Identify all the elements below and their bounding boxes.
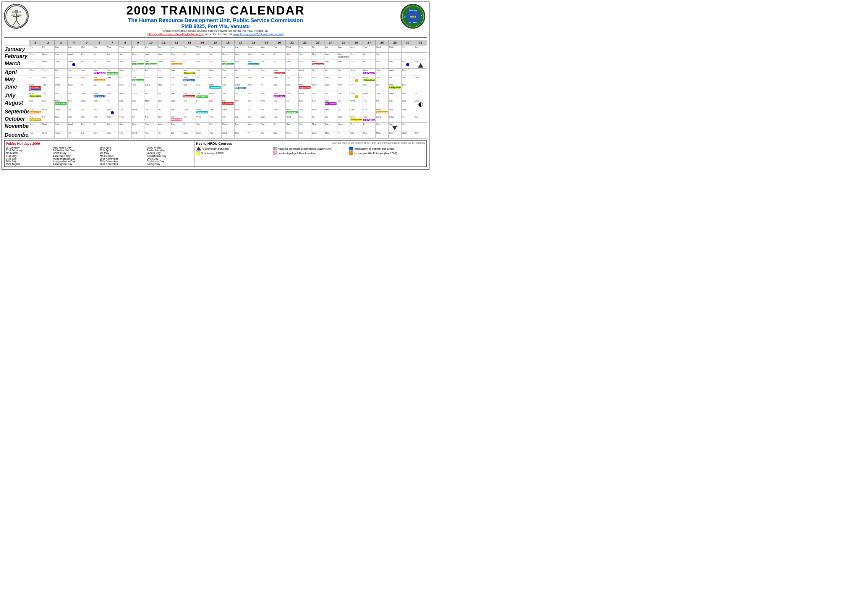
jul-8: Wed — [119, 92, 132, 99]
jul-15: Wed — [209, 92, 222, 99]
month-col-header — [4, 40, 29, 45]
mar-18: Wed Introduction to Computing — [247, 60, 260, 69]
nov-23: Mon — [311, 123, 324, 131]
dec-7: Mon — [106, 131, 119, 139]
aug-24: Mon MS PowerPoint 2003 — [324, 99, 337, 108]
aug-28: Fri — [376, 99, 389, 108]
jul-23: Thu — [311, 92, 324, 99]
dec-27: Sun — [363, 131, 376, 139]
jan-9: Fri — [131, 45, 144, 53]
february-label: February — [4, 53, 29, 60]
jan-25: Sun — [337, 45, 350, 53]
holiday-col-1-labels: New Year's Day Fri Walter Lini Day Chief… — [53, 146, 99, 154]
mar-29: Sun — [389, 60, 402, 69]
jan-8: Thur — [119, 45, 132, 53]
apr-15: Wed — [209, 69, 222, 76]
oct-17: Sat — [234, 115, 247, 123]
apr-22: Wed — [298, 69, 311, 76]
aug-7: Fri — [106, 99, 119, 108]
dec-14: Mon — [196, 131, 209, 139]
aug-12: Wed — [170, 99, 183, 108]
sep-ms-excel-l3: MS Excel 2003 L3 — [286, 111, 298, 113]
nov-1: Sun — [29, 123, 42, 131]
day-31: 31 — [414, 40, 427, 45]
mar-19: Thu — [260, 60, 273, 69]
nov-13: Fri — [183, 123, 196, 131]
sep-28: Mon Management Block 1 — [376, 108, 389, 115]
mar-diplomatie2: La Diplomatie — [145, 63, 157, 65]
feb-31 — [414, 53, 427, 60]
jan-6: Tue — [93, 45, 106, 53]
jul-27: Mon — [363, 92, 376, 99]
day-15: 15 — [209, 40, 222, 45]
holiday-label: New Year's Day — [53, 146, 99, 149]
jan-21: Wed — [286, 45, 299, 53]
mar-23: Mon Supervisory Skills T A F E A — [311, 60, 324, 69]
holiday-item: 29th November — [100, 157, 146, 160]
svg-text:Learning: Learning — [409, 9, 417, 11]
key-item-3: Introduction to Internet and Email — [349, 147, 425, 150]
jun-24: Wed — [324, 83, 337, 92]
dec-28: Mon — [376, 131, 389, 139]
may-27: Wed Office Keeping skills — [363, 76, 376, 83]
may-24: Sun — [324, 76, 337, 83]
jun-27: Sat — [363, 83, 376, 92]
dec-24: Thu — [324, 131, 337, 139]
jul-filing: Filing skills — [29, 95, 41, 97]
jun-29: Mon Filing skills — [389, 83, 402, 92]
apr-28: Tue — [376, 69, 389, 76]
holiday-col-1: 1st January 21st February 5th March — [6, 146, 52, 154]
sep-12: Sat — [170, 108, 183, 115]
apr-23: Thu — [311, 69, 324, 76]
may-16: Sat — [222, 76, 235, 83]
jun-11: Thu — [157, 83, 170, 92]
logo-left: Long God yumi stanap — [4, 4, 31, 31]
january-row: January Thu Fri Sat Sun Mon Tue Wed Thur… — [4, 45, 427, 53]
jan-2: Fri — [42, 45, 55, 53]
day-22: 22 — [298, 40, 311, 45]
apr-16: Thu — [222, 69, 235, 76]
may-1: Fri — [29, 76, 42, 83]
day-8: 8 — [119, 40, 132, 45]
holiday-col-3: 21st May 24th July 30th July 15th August — [6, 155, 52, 165]
jun-22: Mon Supervisory Skills T O R B A — [298, 83, 311, 92]
jan-24: Sat — [324, 45, 337, 53]
jan-12: Mon — [170, 45, 183, 53]
apr-20: Mon Supervision Block 1 — [273, 69, 286, 76]
january-label: January — [4, 45, 29, 53]
aug-5: Wed — [80, 99, 93, 108]
may-4: Mon — [67, 76, 80, 83]
jul-17: Fri — [234, 92, 247, 99]
apr-ms-publisher: MS Publisher 2003 — [94, 72, 105, 74]
apr-29: Wed — [389, 69, 402, 76]
intranet-link[interactable]: http://sardine.vangov.local/dotnetnuke/p… — [147, 32, 204, 36]
mar-supervisory-tafea: Supervisory Skills T A F E A — [312, 63, 324, 65]
may-row: May Fri Sat Sun Mon Tue Wed Introduction… — [4, 76, 427, 83]
sep-19: Sat — [260, 108, 273, 115]
nov-29: Sun — [389, 123, 402, 131]
key-label-1: Government Induction — [203, 147, 229, 150]
feb-2: Mon — [42, 53, 55, 60]
aug-31: Mon — [414, 99, 427, 108]
may-20: Wed — [273, 76, 286, 83]
oct-ms-publisher: MS Publisher 2003 — [363, 119, 375, 121]
nov-26: Thu — [350, 123, 363, 131]
day-24: 24 — [324, 40, 337, 45]
nov-17: Tue — [234, 123, 247, 131]
jul-ms-publisher: MS Publisher 2003 — [274, 95, 285, 97]
jan-4: Sun — [67, 45, 80, 53]
may-intro-filing: Introduction to Filing — [94, 79, 105, 81]
jul-22: Wed — [298, 92, 311, 99]
internet-link[interactable]: www.hrdcourses2009.wordpress.com — [233, 32, 284, 36]
jan-18: Sun — [247, 45, 260, 53]
jan-23: Fri — [311, 45, 324, 53]
oct-27: Tue MS Publisher 2003 — [363, 115, 376, 123]
feb-27: Fri — [363, 53, 376, 60]
holiday-label: Independence Day — [53, 157, 99, 160]
logo-right: Learning No Limits H A HAS — [400, 4, 427, 31]
key-icon-6 — [349, 151, 353, 155]
nov-25: Wed — [337, 123, 350, 131]
aug-supervisory-malampa: Supervisory Skills M A L A M P A — [222, 102, 234, 105]
jun-31 — [414, 83, 427, 92]
sep-26: Sat — [350, 108, 363, 115]
